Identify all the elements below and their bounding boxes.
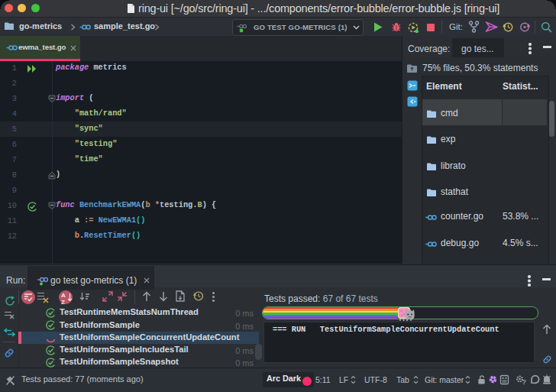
- svg-text:?: ?: [522, 378, 526, 386]
